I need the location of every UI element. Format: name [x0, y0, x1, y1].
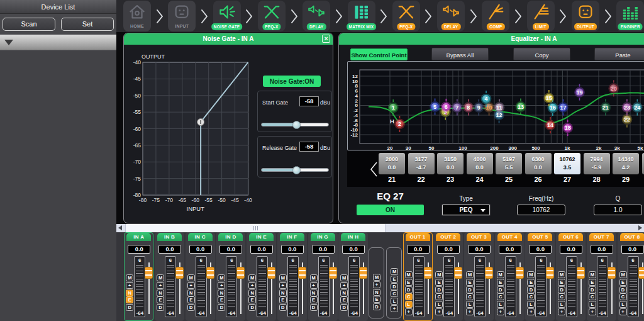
- fader-handle[interactable]: [485, 267, 493, 279]
- fader-handle[interactable]: [267, 267, 275, 279]
- channel-button-plus[interactable]: +: [466, 308, 474, 315]
- channel-button-d[interactable]: D: [619, 286, 627, 293]
- close-icon[interactable]: ✕: [322, 35, 330, 43]
- channel-button-l[interactable]: L: [435, 301, 443, 308]
- channel-button-plus[interactable]: +: [187, 282, 195, 289]
- channel-value[interactable]: 0.0: [312, 245, 335, 254]
- channel-button-plus[interactable]: +: [248, 282, 256, 289]
- channel-button-plus[interactable]: +: [497, 308, 504, 315]
- channel-button-e[interactable]: E: [126, 296, 133, 303]
- channel-button-d[interactable]: D: [218, 304, 225, 311]
- channel-button-n[interactable]: N: [248, 290, 256, 296]
- bypass-all-button[interactable]: Bypass All: [431, 48, 489, 60]
- fader-handle[interactable]: [175, 267, 184, 279]
- fader-handle[interactable]: [546, 267, 554, 279]
- channel-value[interactable]: 0.0: [342, 245, 365, 254]
- channel-button-plus[interactable]: +: [435, 308, 443, 315]
- device-dropdown[interactable]: [0, 35, 116, 50]
- toolbar-item-comp[interactable]: COMP: [482, 1, 509, 31]
- channel-button-d[interactable]: D: [466, 286, 474, 293]
- channel-button-m[interactable]: M: [279, 274, 287, 281]
- channel-button-e[interactable]: E: [187, 296, 195, 303]
- equalizer-chart[interactable]: 121086420-2-4-6-8-10-1220305010020030050…: [348, 62, 644, 150]
- channel-button-e[interactable]: E: [435, 279, 443, 286]
- master-button-plus[interactable]: +: [373, 281, 380, 288]
- toolbar-item-delay-out[interactable]: DELAY: [437, 1, 465, 31]
- master-button-m[interactable]: M: [391, 268, 398, 275]
- gate-param-value[interactable]: -58: [299, 142, 319, 152]
- channel-button-m[interactable]: M: [187, 274, 195, 281]
- fader-handle[interactable]: [298, 267, 306, 279]
- noise-gate-on-button[interactable]: Noise Gate:ON: [263, 76, 321, 87]
- channel-value[interactable]: 0.0: [468, 245, 491, 254]
- channel-button-e[interactable]: E: [527, 279, 535, 286]
- channel-button-d[interactable]: D: [558, 286, 565, 293]
- channel-value[interactable]: 0.0: [437, 245, 460, 254]
- master-button-d[interactable]: D: [391, 283, 398, 290]
- fader-handle[interactable]: [577, 267, 585, 279]
- channel-value[interactable]: 0.0: [621, 245, 644, 254]
- master-button-e[interactable]: E: [373, 296, 380, 303]
- toolbar-item-input[interactable]: INPUT: [168, 1, 196, 31]
- scan-button[interactable]: Scan: [3, 18, 55, 31]
- channel-value[interactable]: 0.0: [499, 245, 521, 254]
- band-button-21[interactable]: 20000.0: [379, 153, 405, 174]
- channel-button-c[interactable]: C: [558, 293, 565, 300]
- channel-value[interactable]: 0.0: [529, 245, 552, 254]
- channel-button-e[interactable]: E: [218, 296, 225, 303]
- channel-value[interactable]: 0.0: [560, 245, 582, 254]
- toolbar-item-peq-x-out[interactable]: PEQ-X: [392, 1, 420, 31]
- channel-button-d[interactable]: D: [340, 304, 348, 311]
- channel-button-d[interactable]: D: [405, 286, 413, 293]
- master-button-plus[interactable]: +: [391, 305, 398, 312]
- fader-handle[interactable]: [329, 267, 337, 279]
- channel-button-m[interactable]: M: [466, 271, 474, 278]
- band-button-30[interactable]: 180000.0: [642, 153, 644, 174]
- channel-button-d[interactable]: D: [589, 286, 596, 293]
- channel-button-d[interactable]: D: [187, 304, 195, 311]
- channel-button-n[interactable]: N: [340, 290, 348, 296]
- channel-value[interactable]: 0.0: [591, 245, 613, 254]
- channel-value[interactable]: 0.0: [189, 245, 212, 254]
- channel-button-m[interactable]: M: [310, 274, 318, 281]
- channel-value[interactable]: 0.0: [250, 245, 273, 254]
- gate-param-slider[interactable]: [261, 168, 329, 172]
- fader-handle[interactable]: [236, 267, 245, 279]
- channel-button-e[interactable]: E: [466, 279, 474, 286]
- channel-button-m[interactable]: M: [619, 271, 627, 278]
- master-button-m[interactable]: M: [373, 274, 380, 281]
- channel-button-d[interactable]: D: [435, 286, 443, 293]
- noise-gate-chart[interactable]: -80-75-70-65-60-55-50-45-40-80-75-70-65-…: [125, 51, 260, 220]
- channel-button-m[interactable]: M: [497, 271, 504, 278]
- channel-value[interactable]: 0.0: [128, 245, 150, 254]
- fader-handle[interactable]: [424, 267, 432, 279]
- channel-button-plus[interactable]: +: [218, 282, 225, 289]
- channel-value[interactable]: 0.0: [158, 245, 181, 254]
- channel-button-e[interactable]: E: [248, 296, 256, 303]
- channel-button-plus[interactable]: +: [405, 308, 413, 315]
- channel-button-l[interactable]: L: [466, 301, 474, 308]
- channel-button-m[interactable]: M: [558, 271, 565, 278]
- fader-handle[interactable]: [516, 267, 524, 279]
- channel-button-d[interactable]: D: [126, 304, 133, 311]
- channel-button-c[interactable]: C: [589, 293, 596, 300]
- master-button-n[interactable]: N: [373, 289, 380, 296]
- channel-button-n[interactable]: N: [126, 290, 133, 296]
- master-button-e[interactable]: E: [391, 276, 398, 283]
- toolbar-item-enginer[interactable]: ENGINER: [616, 1, 644, 31]
- channel-button-d[interactable]: D: [497, 286, 504, 293]
- channel-button-l[interactable]: L: [497, 301, 504, 308]
- fader-handle[interactable]: [206, 267, 214, 279]
- type-dropdown[interactable]: PEQ: [442, 205, 490, 215]
- toolbar-item-output[interactable]: OUTPUT: [572, 1, 599, 31]
- channel-button-plus[interactable]: +: [527, 308, 535, 315]
- channel-button-c[interactable]: C: [435, 293, 443, 300]
- channel-button-plus[interactable]: +: [340, 282, 348, 289]
- master-button-l[interactable]: L: [391, 298, 398, 305]
- mixer-scrollbar[interactable]: [116, 224, 644, 232]
- channel-button-c[interactable]: C: [405, 293, 413, 300]
- slider-knob[interactable]: [292, 121, 301, 129]
- toolbar-item-limit[interactable]: LIMIT: [527, 1, 555, 31]
- channel-button-n[interactable]: N: [310, 290, 318, 296]
- channel-button-c[interactable]: C: [619, 293, 627, 300]
